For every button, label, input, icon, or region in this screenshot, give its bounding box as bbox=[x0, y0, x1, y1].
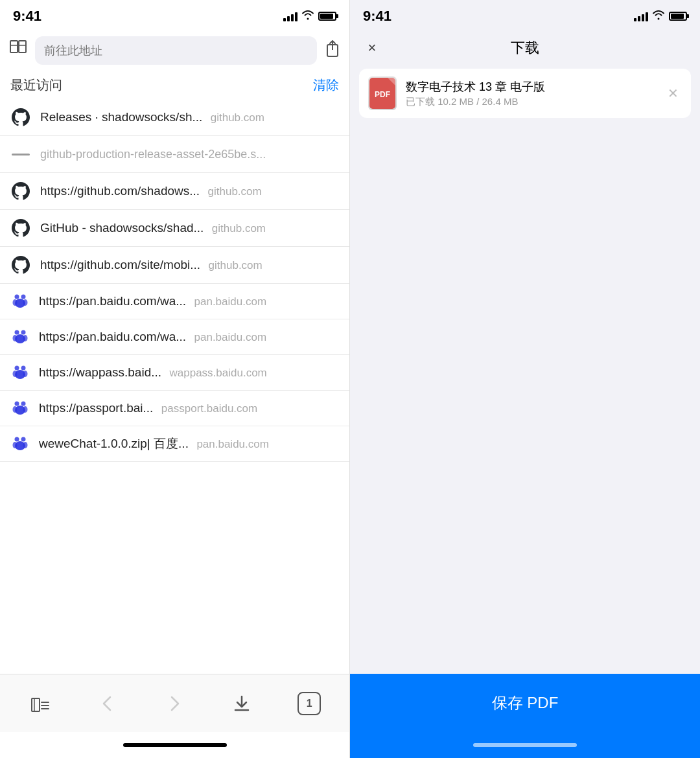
history-text: https://github.com/shadows... github.com bbox=[40, 184, 339, 198]
svg-point-10 bbox=[23, 299, 28, 306]
svg-rect-1 bbox=[19, 41, 26, 52]
svg-point-25 bbox=[23, 406, 28, 413]
list-item[interactable]: https://pan.baidu.com/wa... pan.baidu.co… bbox=[0, 319, 349, 355]
list-item[interactable]: https://pan.baidu.com/wa... pan.baidu.co… bbox=[0, 284, 349, 319]
list-item[interactable]: https://passport.bai... passport.baidu.c… bbox=[0, 391, 349, 426]
list-item[interactable]: https://github.com/site/mobi... github.c… bbox=[0, 247, 349, 284]
loading-icon bbox=[10, 144, 31, 165]
list-item[interactable]: GitHub - shadowsocks/shad... github.com bbox=[0, 210, 349, 247]
svg-point-20 bbox=[23, 371, 28, 377]
save-pdf-label: 保存 PDF bbox=[492, 693, 559, 713]
history-main-text: GitHub - shadowsocks/shad... bbox=[40, 221, 204, 235]
recent-header: 最近访问 清除 bbox=[0, 69, 349, 99]
wifi-icon-right bbox=[652, 10, 665, 23]
svg-point-17 bbox=[21, 366, 26, 371]
svg-rect-31 bbox=[32, 698, 40, 711]
list-item[interactable]: https://wappass.baid... wappass.baidu.co… bbox=[0, 355, 349, 391]
history-domain-text: github.com bbox=[208, 185, 262, 198]
recent-title: 最近访问 bbox=[10, 76, 62, 94]
history-url-text: github-production-release-asset-2e65be.s… bbox=[40, 148, 266, 161]
svg-point-7 bbox=[21, 295, 26, 299]
pdf-label: PDF bbox=[375, 90, 390, 99]
svg-point-30 bbox=[23, 442, 28, 448]
address-input[interactable] bbox=[44, 44, 308, 58]
address-input-wrap[interactable] bbox=[35, 36, 317, 65]
history-text: https://passport.bai... passport.baidu.c… bbox=[39, 401, 339, 415]
left-pane: 9:41 bbox=[0, 0, 350, 758]
baidu-icon bbox=[10, 327, 30, 347]
svg-point-9 bbox=[13, 299, 18, 306]
svg-point-14 bbox=[13, 335, 18, 341]
tab-count: 1 bbox=[298, 692, 321, 715]
status-icons-right bbox=[634, 10, 687, 23]
back-button[interactable] bbox=[89, 685, 126, 722]
svg-point-12 bbox=[21, 330, 26, 335]
history-main-text: https://github.com/shadows... bbox=[40, 184, 200, 198]
home-bar-left bbox=[123, 743, 227, 747]
list-item[interactable]: https://github.com/shadows... github.com bbox=[0, 173, 349, 210]
close-download-button[interactable]: × bbox=[360, 36, 384, 60]
history-text: GitHub - shadowsocks/shad... github.com bbox=[40, 221, 339, 235]
pdf-file-icon: PDF bbox=[368, 76, 397, 110]
home-indicator-right bbox=[350, 732, 700, 758]
battery-icon bbox=[318, 12, 336, 21]
status-bar-right: 9:41 bbox=[350, 0, 700, 32]
forward-button[interactable] bbox=[156, 685, 192, 722]
svg-point-22 bbox=[21, 402, 26, 406]
download-info: 数字电子技术 13 章 电子版 已下载 10.2 MB / 26.4 MB bbox=[406, 79, 655, 108]
download-header: × 下载 bbox=[350, 32, 700, 66]
history-main-text: https://passport.bai... bbox=[39, 401, 153, 415]
svg-point-16 bbox=[15, 366, 19, 371]
svg-point-24 bbox=[13, 406, 18, 413]
signal-icon-right bbox=[634, 11, 648, 21]
history-list: Releases · shadowsocks/sh... github.com … bbox=[0, 99, 349, 674]
history-main-text: https://wappass.baid... bbox=[39, 365, 161, 379]
baidu-icon bbox=[10, 292, 30, 311]
home-bar-right bbox=[473, 743, 577, 747]
svg-point-29 bbox=[13, 442, 18, 448]
github-icon bbox=[10, 255, 31, 275]
signal-icon bbox=[283, 11, 298, 21]
history-domain-text: github.com bbox=[212, 222, 266, 235]
pdf-icon-inner: PDF bbox=[369, 78, 395, 109]
time-right: 9:41 bbox=[363, 8, 391, 25]
svg-point-26 bbox=[15, 437, 19, 442]
bookmarks-icon[interactable] bbox=[9, 40, 27, 62]
history-text: weweChat-1.0.0.zip| 百度... pan.baidu.com bbox=[39, 435, 339, 452]
history-domain-text: wappass.baidu.com bbox=[170, 367, 267, 379]
history-domain-text: github.com bbox=[209, 259, 262, 271]
history-main-text: https://pan.baidu.com/wa... bbox=[39, 294, 186, 308]
history-text: https://github.com/site/mobi... github.c… bbox=[40, 258, 339, 272]
status-icons-left bbox=[283, 10, 336, 23]
clear-button[interactable]: 清除 bbox=[313, 76, 339, 94]
history-domain-text: pan.baidu.com bbox=[194, 295, 267, 308]
tabs-button[interactable]: 1 bbox=[291, 685, 327, 722]
history-text: https://pan.baidu.com/wa... pan.baidu.co… bbox=[39, 330, 339, 344]
close-icon: × bbox=[368, 40, 377, 56]
right-pane: 9:41 × 下载 PDF bbox=[350, 0, 700, 758]
history-main-text: https://github.com/site/mobi... bbox=[40, 258, 200, 271]
battery-icon-right bbox=[669, 12, 687, 21]
close-icon: ✕ bbox=[668, 86, 679, 101]
share-icon[interactable] bbox=[325, 40, 340, 62]
svg-point-15 bbox=[23, 335, 28, 341]
svg-point-6 bbox=[15, 295, 19, 299]
list-item[interactable]: Releases · shadowsocks/sh... github.com bbox=[0, 99, 349, 136]
save-pdf-button[interactable]: 保存 PDF bbox=[350, 674, 700, 732]
svg-point-21 bbox=[15, 402, 19, 406]
history-domain-text: pan.baidu.com bbox=[196, 438, 269, 450]
svg-rect-0 bbox=[10, 41, 18, 52]
history-domain-text: pan.baidu.com bbox=[194, 331, 267, 343]
history-text: github-production-release-asset-2e65be.s… bbox=[40, 148, 339, 161]
status-bar-left: 9:41 bbox=[0, 0, 349, 32]
right-content-area bbox=[350, 121, 700, 674]
list-item[interactable]: github-production-release-asset-2e65be.s… bbox=[0, 136, 349, 173]
dismiss-download-button[interactable]: ✕ bbox=[664, 84, 682, 102]
home-indicator-left bbox=[0, 732, 349, 758]
github-icon bbox=[10, 218, 31, 238]
list-item[interactable]: weweChat-1.0.0.zip| 百度... pan.baidu.com bbox=[0, 426, 349, 462]
download-filename: 数字电子技术 13 章 电子版 bbox=[406, 79, 655, 95]
sidebar-toggle-button[interactable] bbox=[22, 685, 58, 722]
svg-point-19 bbox=[13, 371, 18, 377]
download-button[interactable] bbox=[224, 685, 260, 722]
